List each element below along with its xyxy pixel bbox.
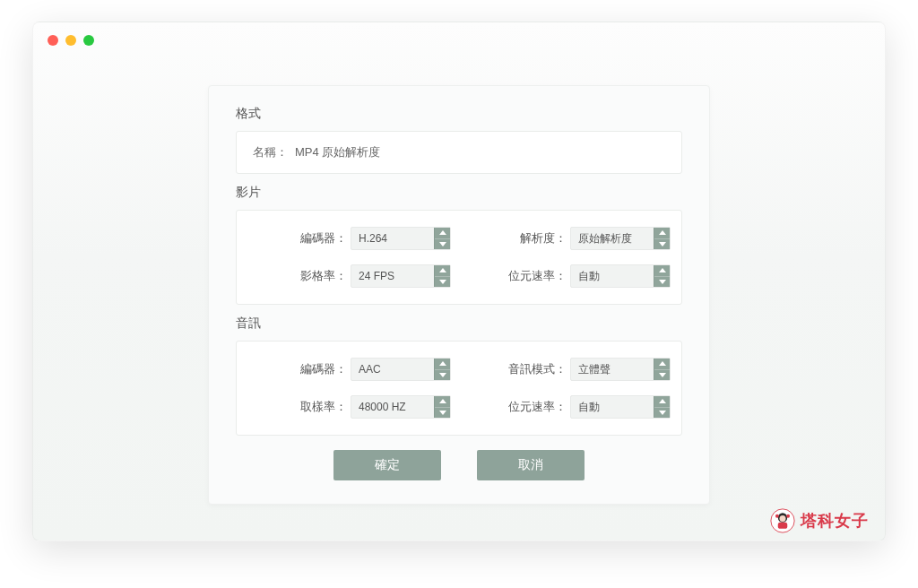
video-resolution-value: 原始解析度: [578, 231, 632, 246]
close-icon[interactable]: [48, 35, 58, 46]
svg-point-4: [775, 514, 779, 518]
stepper-icon[interactable]: [654, 359, 670, 380]
audio-encoder-select[interactable]: AAC: [351, 358, 451, 381]
video-bitrate-value: 自動: [578, 269, 600, 284]
cancel-button[interactable]: 取消: [477, 450, 585, 480]
app-window: 格式 名稱： MP4 原始解析度 影片 編碼器： H.264: [32, 22, 886, 541]
audio-encoder-field: 編碼器： AAC: [247, 358, 451, 381]
audio-title: 音訊: [236, 316, 682, 332]
audio-samplerate-select[interactable]: 48000 HZ: [351, 395, 451, 419]
stepper-icon[interactable]: [654, 228, 670, 249]
video-framerate-field: 影格率： 24 FPS: [247, 264, 451, 288]
traffic-lights: [48, 35, 94, 46]
video-section: 影片 編碼器： H.264 解析度： 原始解析度: [236, 185, 682, 305]
video-framerate-label: 影格率：: [300, 268, 347, 284]
audio-mode-select[interactable]: 立體聲: [570, 358, 671, 381]
svg-rect-3: [778, 523, 788, 529]
video-card: 編碼器： H.264 解析度： 原始解析度: [236, 210, 682, 305]
video-encoder-field: 編碼器： H.264: [247, 227, 451, 250]
stepper-icon[interactable]: [434, 359, 450, 380]
video-resolution-label: 解析度：: [520, 230, 567, 246]
format-card: 名稱： MP4 原始解析度: [236, 131, 682, 174]
settings-panel: 格式 名稱： MP4 原始解析度 影片 編碼器： H.264: [208, 85, 710, 505]
stepper-icon[interactable]: [434, 396, 450, 418]
video-bitrate-select[interactable]: 自動: [570, 264, 671, 288]
maximize-icon[interactable]: [83, 35, 94, 46]
video-framerate-select[interactable]: 24 FPS: [351, 264, 451, 288]
stepper-icon[interactable]: [434, 265, 450, 287]
audio-mode-value: 立體聲: [578, 362, 611, 377]
video-resolution-select[interactable]: 原始解析度: [570, 227, 671, 250]
video-bitrate-field: 位元速率： 自動: [467, 264, 671, 288]
format-section: 格式 名稱： MP4 原始解析度: [236, 106, 682, 174]
cancel-label: 取消: [518, 457, 543, 473]
svg-point-5: [786, 514, 790, 518]
audio-mode-field: 音訊模式： 立體聲: [467, 358, 671, 381]
video-encoder-select[interactable]: H.264: [351, 227, 451, 250]
watermark-avatar-icon: [770, 508, 795, 533]
audio-bitrate-value: 自動: [578, 400, 600, 415]
video-encoder-label: 編碼器：: [300, 230, 347, 246]
ok-label: 確定: [375, 457, 400, 473]
video-bitrate-label: 位元速率：: [508, 268, 567, 284]
format-name-value: MP4 原始解析度: [295, 144, 380, 160]
action-row: 確定 取消: [236, 450, 682, 480]
audio-bitrate-select[interactable]: 自動: [570, 395, 671, 419]
audio-bitrate-field: 位元速率： 自動: [467, 395, 671, 419]
video-encoder-value: H.264: [359, 232, 387, 245]
video-resolution-field: 解析度： 原始解析度: [467, 227, 671, 250]
svg-point-2: [780, 515, 786, 522]
format-name-label: 名稱：: [253, 144, 288, 160]
audio-mode-label: 音訊模式：: [508, 361, 567, 377]
minimize-icon[interactable]: [65, 35, 76, 46]
audio-bitrate-label: 位元速率：: [508, 399, 567, 415]
audio-samplerate-field: 取樣率： 48000 HZ: [247, 395, 451, 419]
watermark: 塔科女子: [770, 508, 869, 533]
ok-button[interactable]: 確定: [333, 450, 441, 480]
audio-section: 音訊 編碼器： AAC 音訊模式： 立體聲: [236, 316, 682, 436]
stepper-icon[interactable]: [434, 228, 450, 249]
audio-samplerate-label: 取樣率：: [300, 399, 347, 415]
format-title: 格式: [236, 106, 682, 122]
video-title: 影片: [236, 185, 682, 201]
watermark-text: 塔科女子: [801, 510, 869, 532]
audio-encoder-label: 編碼器：: [300, 361, 347, 377]
audio-card: 編碼器： AAC 音訊模式： 立體聲: [236, 341, 682, 436]
stepper-icon[interactable]: [654, 265, 670, 287]
audio-encoder-value: AAC: [359, 363, 381, 376]
audio-samplerate-value: 48000 HZ: [359, 401, 406, 413]
stepper-icon[interactable]: [654, 396, 670, 418]
video-framerate-value: 24 FPS: [359, 270, 394, 282]
